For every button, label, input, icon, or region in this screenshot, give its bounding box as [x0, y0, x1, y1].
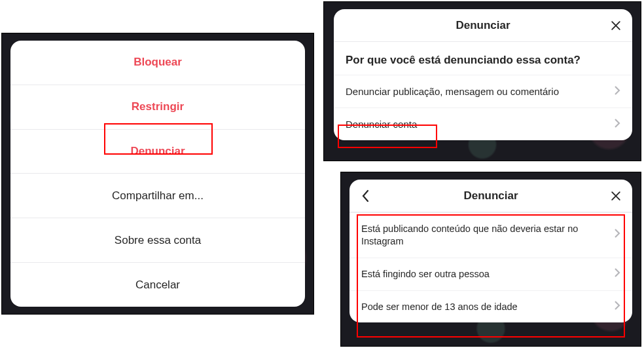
- chevron-right-icon: [614, 86, 620, 97]
- dialog-header: Denunciar: [349, 180, 632, 212]
- chevron-right-icon: [614, 119, 620, 130]
- chevron-right-icon: [614, 301, 620, 313]
- profile-action-sheet: Bloquear Restringir Denunciar Compartilh…: [10, 41, 305, 307]
- option-label: Denunciar publicação, mensagem ou coment…: [346, 86, 559, 97]
- action-share[interactable]: Compartilhar em...: [10, 174, 305, 218]
- action-label: Restringir: [132, 100, 184, 113]
- report-reason-bad-content[interactable]: Está publicando conteúdo que não deveria…: [349, 212, 632, 258]
- dialog-header: Denunciar: [334, 9, 632, 42]
- option-label: Denunciar conta: [346, 119, 417, 130]
- action-about[interactable]: Sobre essa conta: [10, 218, 305, 263]
- action-label: Denunciar: [130, 145, 185, 158]
- action-label: Sobre essa conta: [115, 234, 201, 247]
- dialog-title: Denunciar: [463, 189, 518, 203]
- report-option-account[interactable]: Denunciar conta: [334, 107, 632, 140]
- action-label: Compartilhar em...: [112, 189, 204, 203]
- chevron-right-icon: [614, 268, 620, 280]
- dialog-title: Denunciar: [456, 19, 510, 32]
- action-block[interactable]: Bloquear: [10, 41, 305, 85]
- option-label: Está fingindo ser outra pessoa: [361, 268, 490, 280]
- action-label: Cancelar: [135, 279, 180, 292]
- report-option-post[interactable]: Denunciar publicação, mensagem ou coment…: [334, 75, 632, 107]
- action-report[interactable]: Denunciar: [10, 130, 305, 174]
- option-label: Pode ser menor de 13 anos de idade: [361, 301, 518, 313]
- report-reason-underage[interactable]: Pode ser menor de 13 anos de idade: [349, 290, 632, 323]
- report-dialog-step1: Denunciar Por que você está denunciando …: [334, 9, 632, 140]
- report-reason-impersonation[interactable]: Está fingindo ser outra pessoa: [349, 258, 632, 290]
- action-restrict[interactable]: Restringir: [10, 85, 305, 130]
- close-icon[interactable]: [599, 9, 632, 42]
- report-question: Por que você está denunciando essa conta…: [334, 42, 632, 75]
- action-cancel[interactable]: Cancelar: [10, 263, 305, 307]
- option-label: Está publicando conteúdo que não deveria…: [361, 223, 620, 248]
- action-label: Bloquear: [134, 56, 182, 69]
- close-icon[interactable]: [599, 180, 632, 212]
- chevron-right-icon: [614, 229, 620, 241]
- report-dialog-step2: Denunciar Está publicando conteúdo que n…: [349, 180, 632, 322]
- back-icon[interactable]: [349, 180, 382, 212]
